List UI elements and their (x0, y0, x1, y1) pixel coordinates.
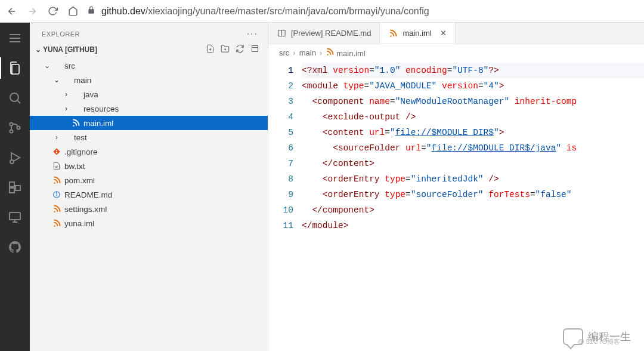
activity-remote-icon[interactable] (7, 209, 23, 226)
code-line[interactable]: <?xml version="1.0" encoding="UTF-8"?> (302, 63, 644, 78)
tree-file[interactable]: main.iml (30, 116, 268, 130)
line-number: 2 (268, 78, 302, 94)
git-icon (51, 147, 62, 156)
code-line[interactable]: </content> (302, 156, 644, 171)
line-number: 10 (268, 202, 302, 218)
tab-label: main.iml (402, 29, 431, 38)
new-file-icon[interactable] (206, 44, 215, 55)
txt-icon (51, 162, 62, 170)
preview-icon (277, 29, 286, 38)
activity-debug-icon[interactable] (7, 149, 23, 166)
code-editor[interactable]: 1<?xml version="1.0" encoding="UTF-8"?>2… (268, 61, 644, 233)
tree-label: main (74, 76, 91, 85)
code-line[interactable]: <component name="NewModuleRootManager" i… (302, 94, 644, 109)
editor-tab[interactable]: main.iml✕ (380, 23, 455, 44)
tree-folder[interactable]: ›resources (30, 101, 268, 116)
code-line[interactable]: <module type="JAVA_MODULE" version="4"> (302, 78, 644, 94)
tree-label: main.iml (83, 119, 113, 128)
breadcrumb-item[interactable]: src (279, 48, 289, 57)
forward-button[interactable] (26, 5, 38, 17)
code-line[interactable]: </component> (302, 202, 644, 218)
svg-point-26 (56, 193, 57, 193)
code-line[interactable]: <exclude-output /> (302, 109, 644, 125)
activity-extensions-icon[interactable] (7, 179, 23, 196)
file-tree: ⌄src⌄main›java›resourcesmain.iml›test.gi… (30, 59, 268, 230)
breadcrumb-item[interactable]: main.iml (326, 48, 365, 58)
tree-file[interactable]: bw.txt (30, 159, 268, 173)
line-number: 9 (268, 187, 302, 202)
svg-rect-20 (252, 46, 258, 52)
refresh-icon[interactable] (236, 44, 244, 55)
collapse-icon[interactable] (250, 44, 259, 55)
activity-menu-icon[interactable] (7, 30, 23, 47)
browser-toolbar: github.dev/xiexiaojing/yuna/tree/master/… (0, 0, 644, 23)
rss-icon (51, 176, 62, 184)
home-button[interactable] (67, 5, 79, 17)
line-number: 4 (268, 109, 302, 125)
activity-explorer-icon[interactable] (7, 60, 23, 76)
rss-icon (70, 119, 81, 127)
svg-rect-11 (10, 188, 14, 193)
project-name: YUNA [GITHUB] (43, 45, 97, 54)
tree-folder[interactable]: ›test (30, 130, 268, 144)
new-folder-icon[interactable] (221, 44, 230, 55)
line-number: 5 (268, 125, 302, 140)
svg-point-3 (10, 93, 18, 101)
editor-tab[interactable]: [Preview] README.md (268, 23, 380, 44)
tree-folder[interactable]: ⌄main (30, 73, 268, 87)
tree-label: bw.txt (64, 162, 85, 171)
explorer-sidebar: EXPLORER ··· ⌄ YUNA [GITHUB] ⌄src⌄main›j… (30, 23, 268, 351)
chevron-icon: ⌄ (43, 61, 51, 70)
breadcrumb: src›main›main.iml (268, 44, 644, 61)
svg-point-7 (17, 127, 20, 130)
chevron-down-icon: ⌄ (33, 45, 43, 54)
tree-folder[interactable]: ›java (30, 87, 268, 101)
activity-source-control-icon[interactable] (7, 119, 23, 136)
activity-bar (0, 23, 30, 351)
line-number: 8 (268, 171, 302, 187)
editor-area: [Preview] README.mdmain.iml✕ src›main›ma… (268, 23, 644, 351)
svg-point-6 (10, 130, 13, 133)
svg-rect-10 (10, 182, 14, 187)
code-line[interactable]: <sourceFolder url="file://$MODULE_DIR$/j… (302, 140, 644, 156)
activity-github-icon[interactable] (7, 239, 23, 255)
chevron-icon: › (62, 90, 70, 98)
line-number: 3 (268, 94, 302, 109)
url-bar[interactable]: github.dev/xiexiaojing/yuna/tree/master/… (87, 6, 638, 17)
chevron-icon: ⌄ (52, 76, 61, 84)
line-number: 7 (268, 156, 302, 171)
code-line[interactable]: <orderEntry type="sourceFolder" forTests… (302, 187, 644, 202)
project-header[interactable]: ⌄ YUNA [GITHUB] (30, 42, 268, 59)
tree-file[interactable]: pom.xml (30, 173, 268, 187)
svg-line-4 (18, 101, 20, 103)
svg-point-5 (10, 123, 13, 126)
breadcrumb-sep: › (320, 48, 322, 57)
line-number: 11 (268, 218, 302, 233)
tree-label: test (74, 133, 87, 142)
code-line[interactable]: <content url="file://$MODULE_DIR$"> (302, 125, 644, 140)
breadcrumb-sep: › (293, 48, 295, 57)
line-number: 1 (268, 63, 302, 78)
tree-label: README.md (64, 190, 112, 199)
code-line[interactable]: <orderEntry type="inheritedJdk" /> (302, 171, 644, 187)
tree-label: java (83, 90, 98, 99)
code-line[interactable]: </module> (302, 218, 644, 233)
back-button[interactable] (6, 5, 18, 17)
watermark: 编程一生 @ 51CTO博客 (563, 328, 631, 345)
tree-file[interactable]: settings.xml (30, 202, 268, 216)
explorer-more-icon[interactable]: ··· (247, 29, 258, 39)
activity-search-icon[interactable] (7, 90, 23, 106)
explorer-title: EXPLORER (42, 30, 80, 38)
tree-label: resources (83, 104, 119, 113)
svg-rect-13 (10, 213, 20, 220)
tree-file[interactable]: yuna.iml (30, 216, 268, 230)
breadcrumb-item[interactable]: main (299, 48, 316, 57)
close-icon[interactable]: ✕ (440, 29, 447, 38)
tree-file[interactable]: .gitignore (30, 144, 268, 159)
tree-label: .gitignore (64, 147, 98, 156)
tree-folder[interactable]: ⌄src (30, 59, 268, 73)
reload-button[interactable] (47, 5, 58, 17)
tree-label: yuna.iml (64, 219, 94, 228)
tree-file[interactable]: README.md (30, 187, 268, 202)
url-text: github.dev/xiexiaojing/yuna/tree/master/… (101, 6, 429, 17)
